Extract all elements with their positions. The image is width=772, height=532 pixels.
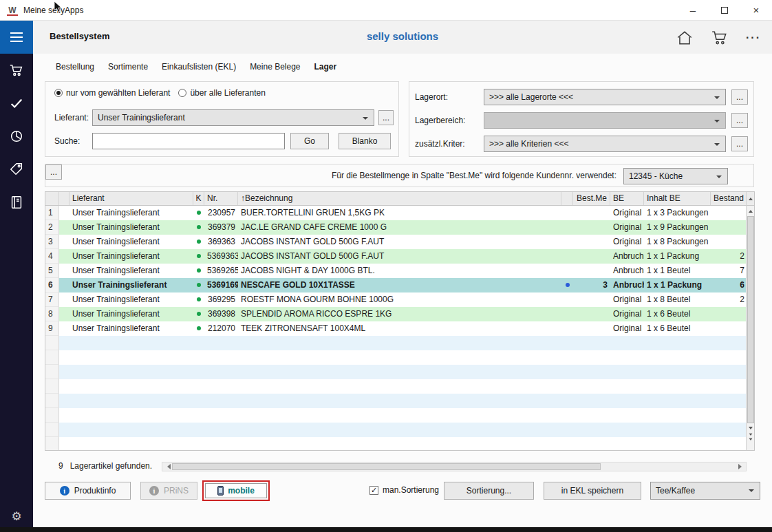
table-row[interactable]: 2Unser Trainingslieferant369379JAC.LE GR… [45,220,747,235]
mobile-button[interactable]: mobile [205,483,267,498]
cell-empty [711,437,747,451]
hscroll-thumb[interactable] [172,463,601,470]
cell-empty [644,379,711,394]
cell-lieferant: Unser Trainingslieferant [69,278,193,292]
cell-bestand: 7 [711,264,747,278]
table-row[interactable]: 6Unser Trainingslieferant5369169NESCAFE … [45,278,747,292]
table-row[interactable]: 5Unser Trainingslieferant5369265JACOBS N… [45,264,747,278]
suche-input[interactable] [92,133,285,149]
cell-empty [573,437,610,451]
tab-bestellung[interactable]: Bestellung [56,61,94,73]
table-row-empty[interactable] [45,350,747,365]
more-menu-button[interactable]: ··· [746,32,761,44]
sidebar-catalog-button[interactable] [0,186,33,219]
cell-empty [69,336,193,350]
kriterien-combobox[interactable]: >>> alle Kriterien <<< [484,136,726,152]
column-header-Bestand[interactable]: Bestand [711,192,747,205]
lieferant-combobox[interactable]: Unser Trainingslieferant [92,109,374,126]
cell-flag [561,321,573,336]
radio-icon [178,89,186,97]
table-row[interactable]: 8Unser Trainingslieferant369398SPLENDID … [45,307,747,321]
table-row[interactable]: 1Unser Trainingslieferant230957BUER.TORT… [45,206,747,220]
cell-lieferant: Unser Trainingslieferant [69,206,193,220]
table-row[interactable]: 4Unser Trainingslieferant5369363JACOBS I… [45,249,747,264]
cell-empty [69,365,193,379]
column-header-Best.Me[interactable]: Best.Me [573,192,610,205]
hscroll-track[interactable] [172,462,736,471]
tab-einkaufslisten[interactable]: Einkaufslisten (EKL) [162,61,236,73]
lagerbereich-more-button[interactable]: ... [731,113,748,128]
cell-empty [561,423,573,437]
row-indicator [59,321,69,336]
cell-be: Original [610,292,644,307]
table-row-empty[interactable] [45,437,747,451]
table-row-empty[interactable] [45,336,747,350]
column-header-Lieferant[interactable]: Lieferant [69,192,193,205]
man-sortierung-checkbox[interactable]: ✓ man.Sortierung [369,485,439,495]
cell-empty [610,365,644,379]
scroll-left-button[interactable] [162,462,172,471]
settings-gear-button[interactable]: ⚙ [0,509,33,524]
header-cart-icon[interactable] [710,29,729,47]
tab-sortimente[interactable]: Sortimente [108,61,148,73]
column-header-spacer[interactable] [561,192,573,205]
sidebar-pricetag-button[interactable] [0,153,33,186]
sidebar-statistics-button[interactable] [0,120,33,153]
scrollbar-thumb[interactable] [747,216,754,423]
table-row-empty[interactable] [45,365,747,379]
sidebar-tasks-button[interactable] [0,87,33,120]
scroll-down-button[interactable] [747,423,754,433]
sidebar-order-button[interactable] [0,54,33,87]
prins-button[interactable]: i PRiNS [140,482,197,500]
column-header-Bezeichnung[interactable]: ↑Bezeichnung [238,192,561,205]
kundennr-combobox[interactable]: 12345 - Küche [623,168,728,184]
scroll-up-button[interactable] [747,206,754,215]
scroll-right-button[interactable] [736,462,746,471]
maximize-button[interactable] [709,0,740,21]
column-header-Inhalt BE[interactable]: Inhalt BE [644,192,711,205]
warengruppe-combobox[interactable]: Tee/Kaffee [650,482,760,500]
kundennr-more-button[interactable]: ... [45,164,62,180]
produktinfo-button[interactable]: i Produktinfo [45,482,131,500]
ekl-speichern-button[interactable]: in EKL speichern [544,482,641,500]
row-number: 5 [45,264,59,278]
table-row[interactable]: 9Unser Trainingslieferant212070TEEK ZITR… [45,321,747,336]
column-header-K[interactable]: K [193,192,204,205]
lieferant-more-button[interactable]: ... [378,110,394,125]
brand-text: selly solutions [33,30,772,42]
row-indicator [59,220,69,235]
column-header-BE[interactable]: BE [610,192,644,205]
kriterien-value: >>> alle Kriterien <<< [489,139,568,149]
k-status-icon [197,211,201,215]
scroll-end-button[interactable] [747,433,754,443]
table-row-empty[interactable] [45,394,747,408]
blanko-button[interactable]: Blanko [339,133,391,149]
home-icon[interactable] [676,29,694,47]
radio-ueber-alle-lieferanten[interactable]: über alle Lieferanten [178,88,265,98]
kriterien-more-button[interactable]: ... [731,136,748,151]
lieferant-label: Lieferant: [54,109,89,126]
column-header-spacer[interactable] [59,192,69,205]
table-row[interactable]: 3Unser Trainingslieferant369363JACOBS IN… [45,235,747,249]
table-row-empty[interactable] [45,379,747,394]
lagerort-combobox[interactable]: >>> alle Lagerorte <<< [484,89,726,105]
minimize-button[interactable]: – [677,0,709,21]
cell-empty [59,379,69,394]
sidebar-menu-button[interactable] [0,21,33,54]
tab-meine-belege[interactable]: Meine Belege [250,61,300,73]
column-header-Nr.[interactable]: Nr. [204,192,238,205]
go-button[interactable]: Go [290,133,329,149]
vertical-scrollbar[interactable] [746,192,754,450]
horizontal-scrollbar[interactable] [162,462,747,471]
k-status-icon [197,312,201,316]
close-button[interactable]: × [740,0,772,21]
sortierung-button[interactable]: Sortierung... [444,482,534,500]
table-row-empty[interactable] [45,408,747,423]
lagerort-more-button[interactable]: ... [731,89,748,105]
table-row[interactable]: 7Unser Trainingslieferant369295ROESTF MO… [45,292,747,307]
column-header-spacer[interactable] [45,192,59,205]
table-row-empty[interactable] [45,423,747,437]
tab-lager[interactable]: Lager [314,61,337,73]
radio-nur-gewaehlter-lieferant[interactable]: nur vom gewählten Lieferant [54,88,170,98]
status-text: 9 Lagerartikel gefunden. [58,461,152,471]
